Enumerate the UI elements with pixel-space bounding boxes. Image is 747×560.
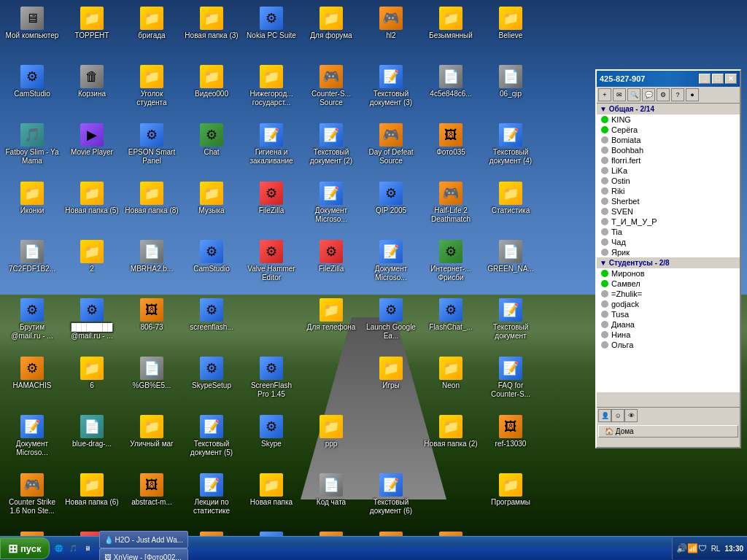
desktop-icon-ref-13030[interactable]: 🖼ref-13030 [482,412,539,469]
icq-contact-boohbah[interactable]: Boohbah [597,145,740,155]
desktop-icon-nokia-pc[interactable]: ⚙Nokia PC Suite [243,4,300,61]
desktop-icon-neon[interactable]: 📁Neon [422,354,479,411]
desktop-icon-korzina[interactable]: 🗑Корзина [63,62,120,119]
desktop-icon-empty4[interactable] [422,470,479,527]
desktop-icon-screenflash-pro[interactable]: ⚙ScreenFlash Pro 1.45 [243,354,300,411]
desktop-icon-blue-drag[interactable]: 📄blue-drag-... [63,412,120,469]
desktop-icon-torrent[interactable]: 📁ТОРРЕНТ [63,4,120,61]
desktop-icon-skype[interactable]: ⚙Skype [243,412,300,469]
icq-contact-sherbet[interactable]: Sherbet [597,196,740,206]
desktop-icon-foto002[interactable]: 🖼Фото002 [363,529,419,536]
desktop-icon-text-doc-main[interactable]: 📝Текстовый документ [482,295,539,352]
icq-contact-lika[interactable]: LiKa [597,166,740,176]
desktop-icon-epson[interactable]: ⚙EPSON Smart Panel [123,120,180,177]
icq-group-students[interactable]: ▼ Студентусы - 2/8 [597,257,740,268]
desktop-icon-brutim[interactable]: ⚙Брутим @mail.ru - ... [4,295,61,352]
desktop-icon-doc-micro3[interactable]: 📝Документ Microso... [4,412,61,469]
desktop-icon-gcb[interactable]: 📄%GB%E5... [123,354,180,411]
icq-contact-ostin[interactable]: Ostin [597,176,740,186]
icq-contact-sven[interactable]: SVEN [597,206,740,217]
desktop-icon-launch-google[interactable]: ⚙Launch Google Ea... [363,295,419,352]
start-button[interactable]: ⊞ пуск [0,537,50,559]
desktop-icon-counter-strike[interactable]: 🎮Counter Strike 1.6 Non Ste... [4,470,61,527]
desktop-icon-06-qip[interactable]: 📄06_qip [482,62,539,119]
icq-add-button[interactable]: + [598,88,611,101]
desktop-icon-4c5e[interactable]: 📄4c5e848c6... [422,62,479,119]
desktop-icon-abstract[interactable]: 🖼abstract-m... [123,470,180,527]
desktop-icon-empty5[interactable] [482,529,539,536]
icq-contact-диана[interactable]: Диана [597,319,740,330]
icq-contact-чад[interactable]: Чад [597,237,740,247]
desktop-icon-empty3[interactable] [363,412,419,469]
desktop-icon-filezilla1[interactable]: ⚙FileZilla [243,179,300,236]
icq-minimize-button[interactable]: _ [699,74,711,84]
icq-contact-ярик[interactable]: Ярик [597,247,740,257]
icq-contact-tia[interactable]: Tia [597,227,740,237]
icq-group-general[interactable]: ▼ Общая - 2/14 [597,104,740,114]
desktop-icon-novaya-blank[interactable]: 📁Новая папка [243,470,300,527]
desktop-icon-ppp[interactable]: 📁ppp [303,412,360,469]
desktop-icon-camstudio2[interactable]: ⚙CamStudio [183,237,240,294]
desktop-icon-flashchat[interactable]: ⚙FlashChat_... [422,295,479,352]
quicklaunch-show-desktop[interactable]: 🖥 [82,542,95,555]
desktop-icon-movie-player[interactable]: ▶Movie Player [63,120,120,177]
icq-person-button[interactable]: 👤 [598,409,611,422]
desktop-icon-hamachis[interactable]: ⚙HAMACHIS [4,354,61,411]
icq-contact--zhulik-[interactable]: =Zhulik= [597,289,740,299]
desktop-icon-bezymyanniy[interactable]: 📁Безымянный [422,4,479,61]
desktop-icon-doc-micro2[interactable]: 📝Документ Microso... [363,237,419,294]
desktop-icon-novaya-8[interactable]: 📁Новая папка (8) [123,179,180,236]
desktop-icon-dlya-telefona[interactable]: 📁Для телефона [303,295,360,352]
icq-maximize-button[interactable]: □ [712,74,724,84]
taskbar-item-0[interactable]: 💧H2O - Just Add Wa... [99,531,189,548]
desktop-icon-statistika[interactable]: 📁Статистика [482,179,539,236]
desktop-icon-novaya-papka-3[interactable]: 📁Новая папка (3) [183,4,240,61]
desktop-icon-nizhni[interactable]: 📁Нижегород... государст... [243,62,300,119]
desktop-icon-filezilla2[interactable]: ⚙FileZilla [303,237,360,294]
desktop-icon-igry[interactable]: 📁Игры [363,354,419,411]
desktop-icon-lektsii[interactable]: 📝Лекции по статистике [183,470,240,527]
desktop-icon-kod-chata[interactable]: 📄Код чата [303,470,360,527]
desktop-icon-gigiena[interactable]: 📝Гигиена и закаливание [243,120,300,177]
desktop-icon-petuh[interactable]: 🖼petuh [303,529,360,536]
desktop-icon-green-na[interactable]: 📄GREEN_NA... [482,237,539,294]
desktop-icon-hl2[interactable]: 🎮hl2 [363,4,419,61]
desktop-icon-foto035[interactable]: 🖼Фото035 [422,120,479,177]
desktop-icon-video000[interactable]: 📁Видео000 [183,62,240,119]
icq-contact-bomiata[interactable]: Bomiata [597,135,740,145]
desktop-icon-believe[interactable]: 📁Believe [482,4,539,61]
desktop-icon-screenflash[interactable]: ⚙screenflash... [183,295,240,352]
icq-contact-самвел[interactable]: Самвел [597,279,740,289]
desktop-icon-camstudio1[interactable]: ⚙CamStudio [4,62,61,119]
taskbar-item-1[interactable]: 🖼XnView - [Фото002... [99,548,189,560]
desktop-icon-ref-13030-2[interactable]: 🖼ref-130302 [4,529,61,536]
desktop-icon-windows-vi[interactable]: 🖼windows-vi... [183,529,240,536]
desktop-icon-qip2005[interactable]: ⚙QIP 2005 [363,179,419,236]
desktop-icon-valve-hammer[interactable]: ⚙Valve Hammer Editor [243,237,300,294]
desktop-icon-train-market[interactable]: 🖼train_market [422,529,479,536]
icq-smiley-button[interactable]: ☺ [611,409,624,422]
icq-contact-king[interactable]: KING [597,114,740,125]
desktop-icon-mail1[interactable]: ⚙████████ @mail.ru - ... [63,295,120,352]
icq-contact-tusa[interactable]: Tusa [597,309,740,319]
desktop-icon-moy-komputer[interactable]: 🖥Мой компьютер [4,4,61,61]
icq-contact-миронов[interactable]: Миронов [597,268,740,279]
desktop-icon-half-life2[interactable]: 🎮Half-Life 2 Deathmatch [422,179,479,236]
desktop-icon-dlya-foruma[interactable]: 📁Для форума [303,4,360,61]
desktop-icon-2[interactable]: 📁2 [63,237,120,294]
desktop-icon-skypesetup[interactable]: ⚙SkypeSetup [183,354,240,411]
icq-contact-т-и-м-у-р[interactable]: Т_И_М_У_Р [597,217,740,227]
desktop-icon-ikonki[interactable]: 📁Иконки [4,179,61,236]
icq-msg-button[interactable]: ✉ [613,88,626,101]
desktop-icon-chat[interactable]: ⚙Chat [183,120,240,177]
desktop-icon-empty2[interactable] [303,354,360,411]
icq-contact-godjack[interactable]: godjack [597,299,740,309]
quicklaunch-winamp[interactable]: 🎵 [67,542,80,555]
desktop-icon-mbrha2[interactable]: 📄MBRHA2.b... [123,237,180,294]
desktop-icon-brigada[interactable]: 📁бригада [123,4,180,61]
desktop-icon-doc-micro1[interactable]: 📝Документ Microso... [303,179,360,236]
icq-close-button[interactable]: ✕ [725,74,737,84]
desktop-icon-programmy[interactable]: 📁Программы [482,470,539,527]
icq-help-button[interactable]: ? [671,88,684,101]
desktop-icon-ekonomsta[interactable]: 📝Эконмста... [243,529,300,536]
